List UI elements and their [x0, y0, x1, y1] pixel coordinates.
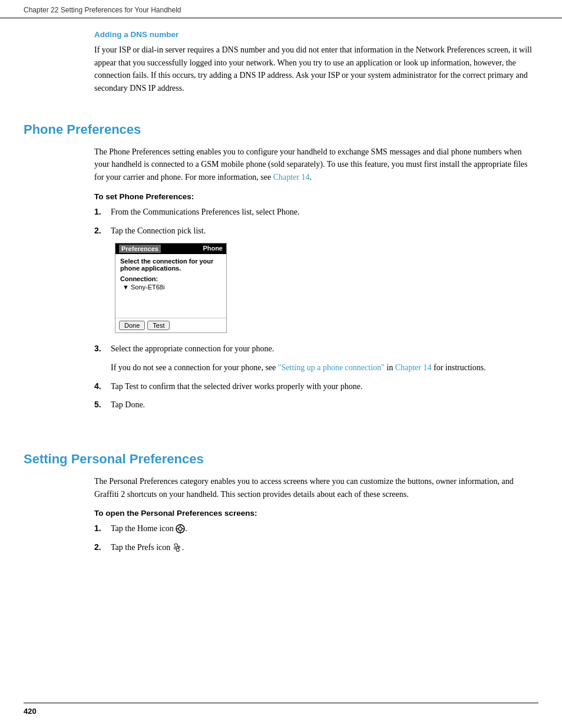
- list-item: 2. Tap the Connection pick list.: [94, 225, 538, 238]
- phone-title-left: Preferences: [119, 245, 161, 253]
- item-text-p1: Tap the Home icon .: [111, 522, 187, 535]
- item-text-3: Select the appropriate connection for yo…: [111, 342, 274, 355]
- subsection-heading-dns: Adding a DNS number: [94, 30, 538, 39]
- item-text-4: Tap Test to confirm that the selected dr…: [111, 380, 362, 393]
- phone-title-bar: Preferences Phone: [115, 243, 226, 254]
- prefs-icon: [173, 543, 182, 552]
- list-item: 3. Select the appropriate connection for…: [94, 342, 538, 355]
- chapter14-link-1[interactable]: Chapter 14: [273, 173, 310, 182]
- phone-connection-link[interactable]: "Setting up a phone connection": [278, 363, 385, 372]
- list-item: 1. Tap the Home icon .: [94, 522, 538, 535]
- section-gap-2: [24, 417, 538, 431]
- svg-point-6: [176, 546, 178, 549]
- page-number: 420: [24, 707, 37, 716]
- page-container: Chapter 22 Setting Preferences for Your …: [0, 0, 562, 728]
- phone-spacer: [120, 291, 222, 314]
- page-footer: 420: [24, 703, 538, 716]
- item-text-p2: Tap the Prefs icon .: [111, 541, 184, 554]
- main-content: Adding a DNS number If your ISP or dial-…: [0, 18, 562, 584]
- phone-body: Select the connection for yourphone appl…: [115, 254, 226, 318]
- phone-done-button[interactable]: Done: [119, 321, 145, 330]
- section-gap-3: [24, 431, 538, 446]
- page-header: Chapter 22 Setting Preferences for Your …: [0, 0, 562, 18]
- list-item: 1. From the Communications Preferences l…: [94, 206, 538, 219]
- item-num-3: 3.: [94, 342, 111, 355]
- phone-select-text: Select the connection for yourphone appl…: [120, 258, 222, 272]
- item-num-p2: 2.: [94, 541, 111, 554]
- phone-pref-body: The Phone Preferences setting enables yo…: [94, 146, 538, 184]
- major-heading-phone: Phone Preferences: [24, 122, 538, 137]
- phone-test-button[interactable]: Test: [147, 321, 170, 330]
- dns-body-para: If your ISP or dial-in server requires a…: [94, 44, 538, 95]
- item-text-2: Tap the Connection pick list.: [111, 225, 206, 238]
- item-num-p1: 1.: [94, 522, 111, 535]
- phone-connection-label: Connection:: [120, 275, 222, 282]
- personal-steps-list: 1. Tap the Home icon . 2. Tap the Prefs …: [94, 522, 538, 554]
- phone-steps-list-2: 3. Select the appropriate connection for…: [94, 342, 538, 355]
- phone-title-right: Phone: [203, 245, 223, 253]
- major-heading-personal: Setting Personal Preferences: [24, 452, 538, 467]
- item-num-1: 1.: [94, 206, 111, 219]
- item-num-5: 5.: [94, 398, 111, 411]
- phone-steps-list: 1. From the Communications Preferences l…: [94, 206, 538, 237]
- item-num-4: 4.: [94, 380, 111, 393]
- personal-pref-label: To open the Personal Preferences screens…: [94, 509, 538, 518]
- item-text-5: Tap Done.: [111, 398, 145, 411]
- item-text-1: From the Communications Preferences list…: [111, 206, 299, 219]
- phone-screenshot: Preferences Phone Select the connection …: [115, 243, 227, 333]
- personal-pref-body: The Personal Preferences category enable…: [94, 475, 538, 500]
- indented-para-phone: If you do not see a connection for your …: [111, 361, 538, 374]
- list-item: 2. Tap the Prefs icon .: [94, 541, 538, 554]
- section-gap-1: [24, 102, 538, 116]
- home-icon: [176, 524, 185, 533]
- list-item: 5. Tap Done.: [94, 398, 538, 411]
- svg-point-1: [178, 527, 182, 531]
- phone-steps-list-3: 4. Tap Test to confirm that the selected…: [94, 380, 538, 411]
- phone-footer: Done Test: [115, 318, 226, 332]
- chapter14-link-2[interactable]: Chapter 14: [395, 363, 432, 372]
- item-num-2: 2.: [94, 225, 111, 238]
- list-item: 4. Tap Test to confirm that the selected…: [94, 380, 538, 393]
- phone-pref-label: To set Phone Preferences:: [94, 192, 538, 201]
- phone-connection-value: ▼ Sony-ET68i: [123, 284, 222, 291]
- chapter-header: Chapter 22 Setting Preferences for Your …: [24, 6, 181, 14]
